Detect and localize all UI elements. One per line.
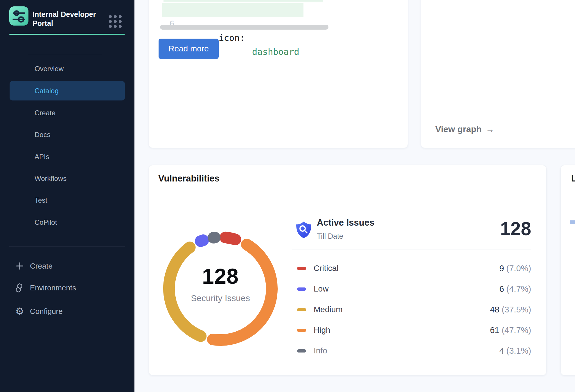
read-more-button[interactable]: Read more <box>159 39 219 59</box>
graph-card: View graph → <box>421 0 575 148</box>
gear-icon: ⚙ <box>15 307 24 316</box>
sidebar-item-workflows[interactable]: Workflows <box>10 170 125 187</box>
sidebar-item-create[interactable]: Create <box>10 105 125 121</box>
sidebar-footer-label: Environments <box>30 283 76 292</box>
donut-center-label: Security Issues <box>157 293 284 303</box>
legend-label: High <box>314 326 330 335</box>
horizontal-scrollbar[interactable] <box>160 25 328 30</box>
card-title: Vulnerabilities <box>158 173 220 184</box>
legend-row-critical: Critical9 (7.0%) <box>292 262 531 274</box>
legend-label: Low <box>314 284 328 294</box>
legend-swatch-high <box>297 329 306 332</box>
arrow-right-icon: → <box>486 124 495 134</box>
sidebar: Internal Developer Portal OverviewCatalo… <box>0 0 134 392</box>
docs-preview-card: 6 icon: dashboard Read more <box>149 0 408 148</box>
sidebar-divider <box>9 247 125 247</box>
active-issues-subtitle: Till Date <box>317 232 343 240</box>
hexagons-icon <box>15 283 24 292</box>
donut-segment-low <box>201 240 203 241</box>
donut-segment-critical <box>225 238 235 240</box>
donut-segment-info <box>213 238 215 238</box>
donut-center: 128 Security Issues <box>157 264 284 303</box>
legend-value: 4 (3.1%) <box>499 346 531 356</box>
donut-total-value: 128 <box>157 264 284 289</box>
sidebar-footer-item-configure[interactable]: ⚙Configure <box>0 303 134 319</box>
shield-search-icon <box>295 221 312 239</box>
sidebar-footer-item-environments[interactable]: Environments <box>0 280 134 296</box>
active-issues-total: 128 <box>441 218 531 240</box>
code-line: 6 icon: dashboard <box>162 3 303 17</box>
code-line-partial <box>163 0 323 2</box>
app-logo-icon[interactable] <box>9 6 28 26</box>
legend-row-info: Info4 (3.1%) <box>292 345 531 357</box>
sidebar-footer-label: Configure <box>30 307 63 316</box>
partial-card-title: L <box>571 173 575 184</box>
sidebar-item-test[interactable]: Test <box>10 192 125 208</box>
sidebar-item-catalog[interactable]: Catalog <box>10 81 125 100</box>
sidebar-item-copilot[interactable]: CoPilot <box>10 214 125 231</box>
sidebar-item-overview[interactable]: Overview <box>10 61 125 77</box>
legend-swatch-info <box>297 349 306 353</box>
vulnerabilities-card: Vulnerabilities 128 Security Issues Acti… <box>149 165 547 375</box>
code-key: icon: <box>219 31 245 45</box>
app-title: Internal Developer Portal <box>33 10 96 28</box>
sidebar-divider <box>28 54 102 54</box>
view-graph-link[interactable]: View graph → <box>435 124 495 134</box>
legend-label: Info <box>314 346 327 355</box>
legend-value: 9 (7.0%) <box>499 264 531 273</box>
partial-bar-fragment <box>570 220 575 224</box>
legend-value: 48 (37.5%) <box>490 305 531 314</box>
sidebar-footer-item-create[interactable]: Create <box>0 258 134 274</box>
sidebar-item-apis[interactable]: APIs <box>10 149 125 165</box>
legend-row-high: High61 (47.7%) <box>292 324 531 336</box>
apps-grid-icon[interactable] <box>109 15 122 28</box>
legend-label: Critical <box>314 264 339 273</box>
brand-underline <box>9 34 125 35</box>
legend-swatch-medium <box>297 308 306 311</box>
partial-card: L <box>560 165 575 375</box>
legend-row-low: Low6 (4.7%) <box>292 283 531 295</box>
legend-value: 61 (47.7%) <box>490 326 531 335</box>
view-graph-label: View graph <box>435 124 482 134</box>
legend-value: 6 (4.7%) <box>499 284 531 294</box>
divider <box>292 249 531 249</box>
code-value: dashboard <box>252 45 299 59</box>
plus-icon <box>15 261 24 271</box>
sidebar-item-docs[interactable]: Docs <box>10 127 125 143</box>
legend-row-medium: Medium48 (37.5%) <box>292 304 531 315</box>
active-issues-title: Active Issues <box>317 217 374 228</box>
legend-label: Medium <box>314 305 343 314</box>
legend-swatch-low <box>297 287 306 291</box>
legend-swatch-critical <box>297 267 306 270</box>
sidebar-footer-label: Create <box>30 262 53 271</box>
